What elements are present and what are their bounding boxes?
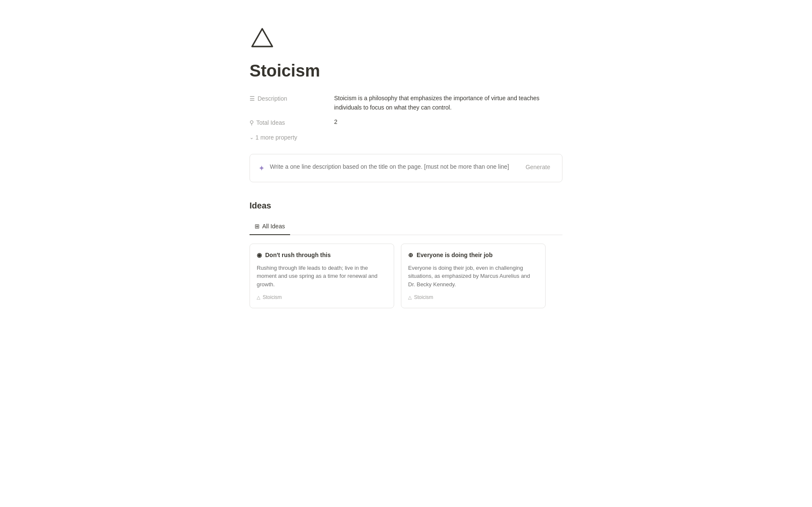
ai-suggestion-box: ✦ Write a one line description based on …: [250, 154, 562, 182]
idea-card-1[interactable]: ◉ Don't rush through this Rushing throug…: [250, 244, 394, 309]
ai-suggestion-text: Write a one line description based on th…: [270, 162, 517, 171]
card-2-tag-label: Stoicism: [414, 293, 433, 301]
card-2-title: Everyone is doing their job: [417, 251, 493, 260]
properties-section: ☰ Description Stoicism is a philosophy t…: [250, 91, 562, 144]
card-1-title: Don't rush through this: [265, 251, 331, 260]
chevron-down-icon: ⌄: [250, 134, 254, 141]
ideas-section: Ideas ⊞ All Ideas ◉ Don't rush through t…: [250, 199, 562, 309]
description-label: ☰ Description: [250, 93, 334, 103]
tab-all-ideas-label: All Ideas: [262, 222, 285, 231]
search-icon: ⚲: [250, 118, 254, 127]
ideas-section-title: Ideas: [250, 199, 562, 212]
card-2-title-row: ⊕ Everyone is doing their job: [408, 251, 538, 260]
page-title: Stoicism: [250, 60, 562, 81]
card-1-icon: ◉: [257, 251, 262, 260]
generate-button[interactable]: Generate: [522, 162, 554, 172]
total-ideas-value[interactable]: 2: [334, 118, 562, 126]
card-1-tag-icon: △: [257, 294, 260, 301]
idea-card-2[interactable]: ⊕ Everyone is doing their job Everyone i…: [401, 244, 546, 309]
tabs-bar: ⊞ All Ideas: [250, 219, 562, 235]
total-ideas-property-row: ⚲ Total Ideas 2: [250, 115, 562, 130]
card-1-tag-label: Stoicism: [263, 293, 282, 301]
more-property-toggle[interactable]: ⌄ 1 more property: [250, 132, 562, 144]
card-2-tag-icon: △: [408, 294, 411, 301]
card-1-description: Rushing through life leads to death; liv…: [257, 264, 387, 289]
page-icon: [250, 25, 562, 54]
sparkle-icon: ✦: [258, 163, 265, 174]
cards-grid: ◉ Don't rush through this Rushing throug…: [250, 244, 546, 309]
card-1-tag: △ Stoicism: [257, 293, 387, 301]
page-container: Stoicism ☰ Description Stoicism is a phi…: [216, 0, 596, 342]
total-ideas-label: ⚲ Total Ideas: [250, 118, 334, 127]
card-2-icon: ⊕: [408, 251, 413, 260]
triangle-svg-icon: [250, 25, 275, 51]
card-2-description: Everyone is doing their job, even in cha…: [408, 264, 538, 289]
description-icon: ☰: [250, 94, 255, 103]
tab-all-ideas[interactable]: ⊞ All Ideas: [250, 219, 290, 235]
description-value[interactable]: Stoicism is a philosophy that emphasizes…: [334, 93, 562, 112]
card-1-title-row: ◉ Don't rush through this: [257, 251, 387, 260]
card-2-tag: △ Stoicism: [408, 293, 538, 301]
description-property-row: ☰ Description Stoicism is a philosophy t…: [250, 91, 562, 115]
grid-icon: ⊞: [255, 222, 260, 231]
